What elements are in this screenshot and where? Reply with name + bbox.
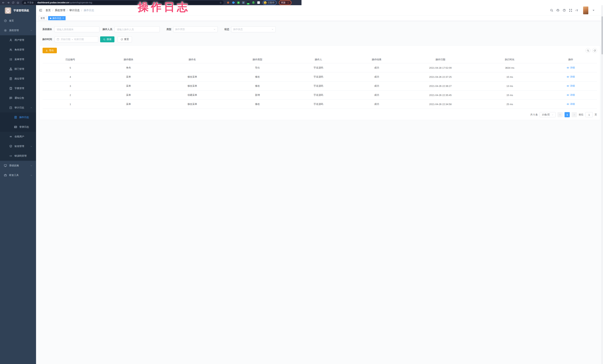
chevron-down-icon (30, 165, 32, 167)
module-label: 系统模块 (40, 28, 52, 31)
sidebar-item-15[interactable]: 基础设施 (0, 161, 36, 170)
table-header: 日志编号操作模块操作名操作类型操作人操作结果操作日期执行时长操作 (43, 56, 302, 63)
cell: 芋道源码 (289, 75, 302, 78)
browser-forward-icon[interactable] (7, 1, 10, 4)
breadcrumb-item-1[interactable]: 系统管理 (55, 9, 65, 12)
operator-input[interactable] (115, 26, 160, 32)
status-select[interactable]: 操作状态 (231, 26, 276, 32)
chevron-down-icon (30, 145, 32, 147)
sidebar-item-10[interactable]: 操作日志 (0, 112, 36, 122)
cell: 5 (43, 66, 98, 69)
url-divider (35, 1, 36, 4)
sidebar-menu: 首页 系统管理 用户管理 角色管理 菜单管理 部门管理 岗位管理 字典管理 通知 (0, 16, 36, 180)
chevron-down-icon (271, 28, 274, 31)
insecure-warning-icon[interactable] (24, 1, 26, 4)
search-button[interactable]: 搜索 (100, 36, 115, 42)
extension-gem-icon[interactable]: ◆ (242, 1, 245, 4)
cell: 芋道源码 (289, 84, 302, 88)
extensions-puzzle-icon[interactable] (257, 1, 260, 4)
security-label: 不安全 (27, 1, 34, 4)
cell: 芋道源码 (289, 66, 302, 69)
extension-person-icon[interactable] (252, 1, 255, 4)
gear-icon (4, 29, 7, 32)
cell: 菜单 (98, 84, 159, 88)
table-row-1: 4菜单修改菜单修改芋道源码成功2021-04-26 22:37:2515 ms … (43, 72, 302, 81)
refresh-icon (121, 38, 123, 41)
users-icon (9, 48, 12, 51)
sidebar-item-5[interactable]: 部门管理 (0, 64, 36, 74)
tab-0[interactable]: 首页 (39, 16, 47, 20)
sidebar-item-16[interactable]: 研发工具 (0, 170, 36, 180)
sidebar-item-8[interactable]: 通知公告 (0, 93, 36, 103)
bookmark-star-icon[interactable]: ☆ (219, 1, 222, 4)
operator-label: 操作人员 (103, 28, 112, 31)
extension-switch-icon[interactable]: on (247, 1, 250, 4)
breadcrumb-separator: / (81, 9, 82, 12)
cell: 修改 (226, 102, 289, 106)
cell: 导出 (226, 66, 289, 69)
sidebar-item-9[interactable]: 审计日志 (0, 103, 36, 112)
tree-icon (9, 67, 12, 71)
tab-1[interactable]: 操作日志 × (48, 16, 66, 20)
sidebar-item-11[interactable]: 登录日志 (0, 122, 36, 132)
browser-back-icon[interactable] (2, 1, 5, 4)
editdoc-icon (9, 106, 12, 109)
cell: 2 (43, 94, 98, 97)
paused-extension-button[interactable]: 已暂停 (263, 0, 277, 5)
browser-home-icon[interactable] (17, 1, 19, 4)
url-host: dashboard.yudao.iocoder.cn (37, 1, 69, 4)
extension-orange-icon[interactable] (227, 1, 230, 4)
sidebar-item-6[interactable]: 岗位管理 (0, 74, 36, 84)
sidebar-item-1[interactable]: 系统管理 (0, 26, 36, 35)
cell: 修改 (226, 75, 289, 78)
breadcrumb-item-3: 操作日志 (84, 9, 94, 12)
breadcrumb-item-0[interactable]: 首页 (46, 9, 51, 12)
browser-menu-dots-icon[interactable]: ⋮ (287, 1, 289, 4)
browser-reload-icon[interactable] (12, 1, 14, 4)
cell: 菜单 (98, 93, 159, 97)
column-header-2: 操作名 (159, 58, 226, 61)
filter-form: 系统模块 操作人员 类型 操作类型 状态 操作状态 操作时间 (36, 21, 302, 42)
sidebar-item-2[interactable]: 用户管理 (0, 35, 36, 45)
date-range-input[interactable]: 开始日期 - 结束日期 (55, 36, 98, 42)
module-input[interactable] (54, 26, 99, 32)
breadcrumb-separator: / (67, 9, 68, 12)
chevron-up-icon (30, 30, 32, 32)
cell: 芋道源码 (289, 93, 302, 97)
app-logo[interactable]: 芋道管理系统 (0, 5, 36, 16)
collapse-sidebar-icon[interactable] (39, 9, 43, 12)
url-bar[interactable]: 不安全 dashboard.yudao.iocoder.cn/system/lo… (22, 0, 224, 5)
reset-button[interactable]: 重置 (118, 36, 132, 42)
page-content: 系统模块 操作人员 类型 操作类型 状态 操作状态 操作时间 (36, 21, 302, 182)
extension-blue-drop-icon[interactable] (232, 1, 235, 4)
shield-icon (9, 145, 12, 148)
close-icon[interactable]: × (62, 17, 64, 19)
breadcrumb: 首页/ 系统管理/ 审计日志/ 操作日志 (46, 9, 94, 12)
pagination: 共 5 条 10条/页 1 前往 页 (43, 112, 302, 117)
column-header-0: 日志编号 (43, 58, 98, 61)
menulist-icon (9, 58, 12, 61)
cell: 芋道源码 (289, 102, 302, 106)
sidebar-item-3[interactable]: 角色管理 (0, 45, 36, 55)
cell: 修改菜单 (159, 84, 226, 88)
emoji-face-icon (264, 1, 267, 4)
export-button[interactable]: 导出 (43, 48, 57, 53)
sidebar-item-12[interactable]: 在线用户 (0, 132, 36, 142)
sidebar: 芋道管理系统 首页 系统管理 用户管理 角色管理 菜单管理 部门管理 岗位管理 … (0, 5, 36, 182)
sidebar-item-13[interactable]: 短信管理 (0, 142, 36, 151)
breadcrumb-separator: / (52, 9, 53, 12)
table-toolbar: 导出 (43, 48, 302, 53)
download-icon (46, 49, 48, 52)
user-icon (9, 39, 12, 42)
type-select[interactable]: 操作类型 (173, 26, 218, 32)
sidebar-item-4[interactable]: 菜单管理 (0, 55, 36, 64)
breadcrumb-item-2[interactable]: 审计日志 (69, 9, 80, 12)
extension-green-v-icon[interactable]: V (237, 1, 240, 4)
cell: 修改菜单 (159, 102, 226, 106)
sidebar-item-0[interactable]: 首页 (0, 16, 36, 26)
sidebar-item-7[interactable]: 字典管理 (0, 84, 36, 93)
sidebar-item-14[interactable]: 错误码管理 (0, 151, 36, 161)
message-icon (9, 97, 12, 99)
badge-icon (9, 77, 12, 80)
update-browser-button[interactable]: 更新 ⋮ (279, 0, 291, 5)
